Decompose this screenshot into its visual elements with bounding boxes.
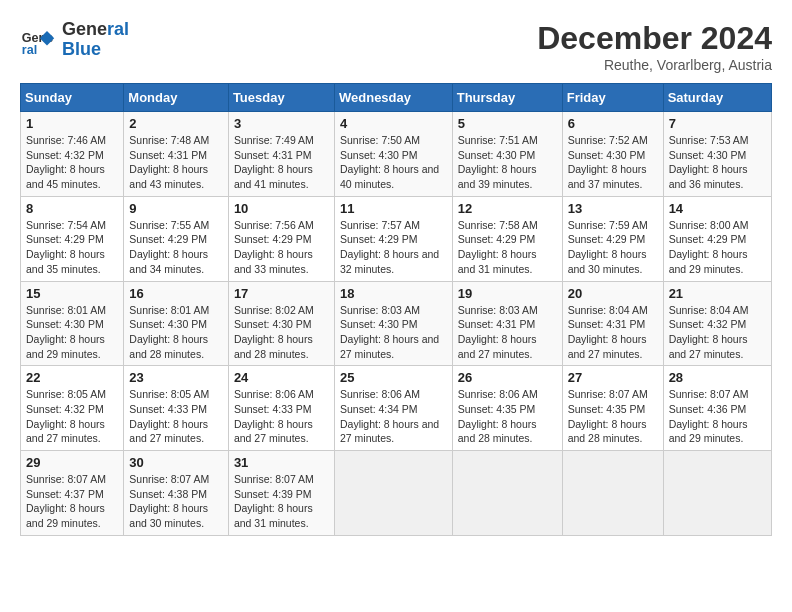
calendar-header-cell: Thursday bbox=[452, 84, 562, 112]
calendar-header-cell: Wednesday bbox=[334, 84, 452, 112]
day-number: 11 bbox=[340, 201, 447, 216]
day-info: Sunrise: 7:48 AM Sunset: 4:31 PM Dayligh… bbox=[129, 133, 223, 192]
calendar-cell: 25 Sunrise: 8:06 AM Sunset: 4:34 PM Dayl… bbox=[334, 366, 452, 451]
day-info: Sunrise: 8:07 AM Sunset: 4:39 PM Dayligh… bbox=[234, 472, 329, 531]
day-info: Sunrise: 7:52 AM Sunset: 4:30 PM Dayligh… bbox=[568, 133, 658, 192]
day-info: Sunrise: 7:51 AM Sunset: 4:30 PM Dayligh… bbox=[458, 133, 557, 192]
day-info: Sunrise: 8:05 AM Sunset: 4:32 PM Dayligh… bbox=[26, 387, 118, 446]
calendar-cell: 14 Sunrise: 8:00 AM Sunset: 4:29 PM Dayl… bbox=[663, 196, 771, 281]
day-number: 2 bbox=[129, 116, 223, 131]
calendar-cell: 6 Sunrise: 7:52 AM Sunset: 4:30 PM Dayli… bbox=[562, 112, 663, 197]
calendar-cell: 17 Sunrise: 8:02 AM Sunset: 4:30 PM Dayl… bbox=[228, 281, 334, 366]
day-info: Sunrise: 8:01 AM Sunset: 4:30 PM Dayligh… bbox=[129, 303, 223, 362]
calendar-title: December 2024 bbox=[537, 20, 772, 57]
calendar-cell: 8 Sunrise: 7:54 AM Sunset: 4:29 PM Dayli… bbox=[21, 196, 124, 281]
calendar-cell: 27 Sunrise: 8:07 AM Sunset: 4:35 PM Dayl… bbox=[562, 366, 663, 451]
calendar-cell: 11 Sunrise: 7:57 AM Sunset: 4:29 PM Dayl… bbox=[334, 196, 452, 281]
calendar-cell: 20 Sunrise: 8:04 AM Sunset: 4:31 PM Dayl… bbox=[562, 281, 663, 366]
day-number: 23 bbox=[129, 370, 223, 385]
calendar-week-row: 8 Sunrise: 7:54 AM Sunset: 4:29 PM Dayli… bbox=[21, 196, 772, 281]
day-info: Sunrise: 7:54 AM Sunset: 4:29 PM Dayligh… bbox=[26, 218, 118, 277]
calendar-header-row: SundayMondayTuesdayWednesdayThursdayFrid… bbox=[21, 84, 772, 112]
day-info: Sunrise: 7:58 AM Sunset: 4:29 PM Dayligh… bbox=[458, 218, 557, 277]
calendar-cell: 10 Sunrise: 7:56 AM Sunset: 4:29 PM Dayl… bbox=[228, 196, 334, 281]
calendar-cell: 21 Sunrise: 8:04 AM Sunset: 4:32 PM Dayl… bbox=[663, 281, 771, 366]
calendar-cell: 12 Sunrise: 7:58 AM Sunset: 4:29 PM Dayl… bbox=[452, 196, 562, 281]
calendar-cell bbox=[334, 451, 452, 536]
day-info: Sunrise: 8:01 AM Sunset: 4:30 PM Dayligh… bbox=[26, 303, 118, 362]
title-area: December 2024 Reuthe, Vorarlberg, Austri… bbox=[537, 20, 772, 73]
day-number: 24 bbox=[234, 370, 329, 385]
logo: Gene ral General Blue bbox=[20, 20, 129, 60]
day-number: 8 bbox=[26, 201, 118, 216]
calendar-cell: 3 Sunrise: 7:49 AM Sunset: 4:31 PM Dayli… bbox=[228, 112, 334, 197]
calendar-cell: 26 Sunrise: 8:06 AM Sunset: 4:35 PM Dayl… bbox=[452, 366, 562, 451]
day-info: Sunrise: 7:50 AM Sunset: 4:30 PM Dayligh… bbox=[340, 133, 447, 192]
calendar-week-row: 1 Sunrise: 7:46 AM Sunset: 4:32 PM Dayli… bbox=[21, 112, 772, 197]
day-number: 22 bbox=[26, 370, 118, 385]
calendar-header-cell: Sunday bbox=[21, 84, 124, 112]
page-header: Gene ral General Blue December 2024 Reut… bbox=[20, 20, 772, 73]
day-info: Sunrise: 8:04 AM Sunset: 4:32 PM Dayligh… bbox=[669, 303, 766, 362]
day-info: Sunrise: 8:07 AM Sunset: 4:35 PM Dayligh… bbox=[568, 387, 658, 446]
day-number: 21 bbox=[669, 286, 766, 301]
day-number: 6 bbox=[568, 116, 658, 131]
day-number: 12 bbox=[458, 201, 557, 216]
day-info: Sunrise: 7:49 AM Sunset: 4:31 PM Dayligh… bbox=[234, 133, 329, 192]
calendar-cell: 24 Sunrise: 8:06 AM Sunset: 4:33 PM Dayl… bbox=[228, 366, 334, 451]
svg-text:ral: ral bbox=[22, 43, 37, 57]
day-info: Sunrise: 8:03 AM Sunset: 4:30 PM Dayligh… bbox=[340, 303, 447, 362]
calendar-cell: 23 Sunrise: 8:05 AM Sunset: 4:33 PM Dayl… bbox=[124, 366, 229, 451]
calendar-body: 1 Sunrise: 7:46 AM Sunset: 4:32 PM Dayli… bbox=[21, 112, 772, 536]
calendar-cell: 28 Sunrise: 8:07 AM Sunset: 4:36 PM Dayl… bbox=[663, 366, 771, 451]
day-number: 7 bbox=[669, 116, 766, 131]
day-number: 1 bbox=[26, 116, 118, 131]
day-info: Sunrise: 7:46 AM Sunset: 4:32 PM Dayligh… bbox=[26, 133, 118, 192]
calendar-cell: 7 Sunrise: 7:53 AM Sunset: 4:30 PM Dayli… bbox=[663, 112, 771, 197]
calendar-cell: 5 Sunrise: 7:51 AM Sunset: 4:30 PM Dayli… bbox=[452, 112, 562, 197]
day-info: Sunrise: 8:07 AM Sunset: 4:36 PM Dayligh… bbox=[669, 387, 766, 446]
day-info: Sunrise: 8:06 AM Sunset: 4:34 PM Dayligh… bbox=[340, 387, 447, 446]
day-number: 28 bbox=[669, 370, 766, 385]
calendar-header-cell: Tuesday bbox=[228, 84, 334, 112]
calendar-cell: 1 Sunrise: 7:46 AM Sunset: 4:32 PM Dayli… bbox=[21, 112, 124, 197]
day-number: 30 bbox=[129, 455, 223, 470]
calendar-cell: 22 Sunrise: 8:05 AM Sunset: 4:32 PM Dayl… bbox=[21, 366, 124, 451]
calendar-week-row: 22 Sunrise: 8:05 AM Sunset: 4:32 PM Dayl… bbox=[21, 366, 772, 451]
day-info: Sunrise: 8:06 AM Sunset: 4:33 PM Dayligh… bbox=[234, 387, 329, 446]
day-number: 31 bbox=[234, 455, 329, 470]
calendar-cell: 31 Sunrise: 8:07 AM Sunset: 4:39 PM Dayl… bbox=[228, 451, 334, 536]
day-info: Sunrise: 8:07 AM Sunset: 4:37 PM Dayligh… bbox=[26, 472, 118, 531]
calendar-week-row: 15 Sunrise: 8:01 AM Sunset: 4:30 PM Dayl… bbox=[21, 281, 772, 366]
calendar-cell: 16 Sunrise: 8:01 AM Sunset: 4:30 PM Dayl… bbox=[124, 281, 229, 366]
day-info: Sunrise: 8:07 AM Sunset: 4:38 PM Dayligh… bbox=[129, 472, 223, 531]
day-info: Sunrise: 8:03 AM Sunset: 4:31 PM Dayligh… bbox=[458, 303, 557, 362]
calendar-cell: 9 Sunrise: 7:55 AM Sunset: 4:29 PM Dayli… bbox=[124, 196, 229, 281]
day-info: Sunrise: 8:04 AM Sunset: 4:31 PM Dayligh… bbox=[568, 303, 658, 362]
day-number: 10 bbox=[234, 201, 329, 216]
day-info: Sunrise: 7:57 AM Sunset: 4:29 PM Dayligh… bbox=[340, 218, 447, 277]
day-number: 3 bbox=[234, 116, 329, 131]
calendar-cell: 18 Sunrise: 8:03 AM Sunset: 4:30 PM Dayl… bbox=[334, 281, 452, 366]
day-number: 13 bbox=[568, 201, 658, 216]
day-info: Sunrise: 7:59 AM Sunset: 4:29 PM Dayligh… bbox=[568, 218, 658, 277]
calendar-cell: 19 Sunrise: 8:03 AM Sunset: 4:31 PM Dayl… bbox=[452, 281, 562, 366]
calendar-cell bbox=[452, 451, 562, 536]
day-info: Sunrise: 7:56 AM Sunset: 4:29 PM Dayligh… bbox=[234, 218, 329, 277]
logo-text: General Blue bbox=[62, 20, 129, 60]
calendar-cell bbox=[663, 451, 771, 536]
day-info: Sunrise: 7:53 AM Sunset: 4:30 PM Dayligh… bbox=[669, 133, 766, 192]
day-number: 19 bbox=[458, 286, 557, 301]
calendar-header-cell: Friday bbox=[562, 84, 663, 112]
calendar-subtitle: Reuthe, Vorarlberg, Austria bbox=[537, 57, 772, 73]
day-number: 9 bbox=[129, 201, 223, 216]
day-number: 5 bbox=[458, 116, 557, 131]
day-number: 29 bbox=[26, 455, 118, 470]
calendar-cell: 2 Sunrise: 7:48 AM Sunset: 4:31 PM Dayli… bbox=[124, 112, 229, 197]
day-number: 18 bbox=[340, 286, 447, 301]
day-number: 17 bbox=[234, 286, 329, 301]
calendar-header-cell: Monday bbox=[124, 84, 229, 112]
calendar-header-cell: Saturday bbox=[663, 84, 771, 112]
day-number: 27 bbox=[568, 370, 658, 385]
day-info: Sunrise: 8:02 AM Sunset: 4:30 PM Dayligh… bbox=[234, 303, 329, 362]
